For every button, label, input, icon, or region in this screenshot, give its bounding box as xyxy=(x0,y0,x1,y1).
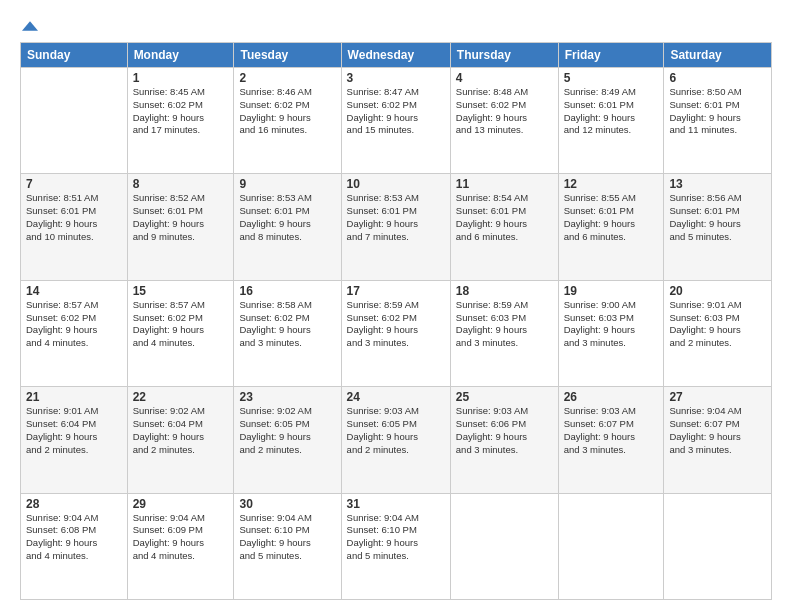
calendar-cell: 15Sunrise: 8:57 AM Sunset: 6:02 PM Dayli… xyxy=(127,280,234,386)
calendar-cell: 10Sunrise: 8:53 AM Sunset: 6:01 PM Dayli… xyxy=(341,174,450,280)
day-info: Sunrise: 8:50 AM Sunset: 6:01 PM Dayligh… xyxy=(669,86,766,137)
day-info: Sunrise: 8:51 AM Sunset: 6:01 PM Dayligh… xyxy=(26,192,122,243)
day-number: 21 xyxy=(26,390,122,404)
calendar-header-row: SundayMondayTuesdayWednesdayThursdayFrid… xyxy=(21,43,772,68)
svg-marker-0 xyxy=(22,21,38,31)
day-number: 3 xyxy=(347,71,445,85)
calendar-cell: 22Sunrise: 9:02 AM Sunset: 6:04 PM Dayli… xyxy=(127,387,234,493)
day-number: 31 xyxy=(347,497,445,511)
calendar-week-3: 14Sunrise: 8:57 AM Sunset: 6:02 PM Dayli… xyxy=(21,280,772,386)
page: SundayMondayTuesdayWednesdayThursdayFrid… xyxy=(0,0,792,612)
day-number: 5 xyxy=(564,71,659,85)
logo xyxy=(20,18,38,34)
day-header-tuesday: Tuesday xyxy=(234,43,341,68)
day-number: 25 xyxy=(456,390,553,404)
calendar-cell: 24Sunrise: 9:03 AM Sunset: 6:05 PM Dayli… xyxy=(341,387,450,493)
day-info: Sunrise: 8:45 AM Sunset: 6:02 PM Dayligh… xyxy=(133,86,229,137)
logo-icon xyxy=(22,18,38,34)
calendar-week-2: 7Sunrise: 8:51 AM Sunset: 6:01 PM Daylig… xyxy=(21,174,772,280)
day-header-friday: Friday xyxy=(558,43,664,68)
calendar-cell: 30Sunrise: 9:04 AM Sunset: 6:10 PM Dayli… xyxy=(234,493,341,599)
day-info: Sunrise: 9:03 AM Sunset: 6:07 PM Dayligh… xyxy=(564,405,659,456)
day-number: 10 xyxy=(347,177,445,191)
day-info: Sunrise: 8:55 AM Sunset: 6:01 PM Dayligh… xyxy=(564,192,659,243)
calendar-cell: 12Sunrise: 8:55 AM Sunset: 6:01 PM Dayli… xyxy=(558,174,664,280)
calendar-cell: 28Sunrise: 9:04 AM Sunset: 6:08 PM Dayli… xyxy=(21,493,128,599)
day-number: 6 xyxy=(669,71,766,85)
day-number: 23 xyxy=(239,390,335,404)
day-header-thursday: Thursday xyxy=(450,43,558,68)
day-info: Sunrise: 8:58 AM Sunset: 6:02 PM Dayligh… xyxy=(239,299,335,350)
calendar-cell: 9Sunrise: 8:53 AM Sunset: 6:01 PM Daylig… xyxy=(234,174,341,280)
day-header-wednesday: Wednesday xyxy=(341,43,450,68)
day-number: 9 xyxy=(239,177,335,191)
calendar-week-1: 1Sunrise: 8:45 AM Sunset: 6:02 PM Daylig… xyxy=(21,68,772,174)
calendar-cell: 8Sunrise: 8:52 AM Sunset: 6:01 PM Daylig… xyxy=(127,174,234,280)
calendar-cell: 29Sunrise: 9:04 AM Sunset: 6:09 PM Dayli… xyxy=(127,493,234,599)
day-info: Sunrise: 8:59 AM Sunset: 6:03 PM Dayligh… xyxy=(456,299,553,350)
day-info: Sunrise: 8:57 AM Sunset: 6:02 PM Dayligh… xyxy=(26,299,122,350)
header xyxy=(20,18,772,34)
day-number: 28 xyxy=(26,497,122,511)
day-info: Sunrise: 9:04 AM Sunset: 6:10 PM Dayligh… xyxy=(239,512,335,563)
calendar-cell: 25Sunrise: 9:03 AM Sunset: 6:06 PM Dayli… xyxy=(450,387,558,493)
logo-text xyxy=(20,18,38,34)
calendar-cell: 6Sunrise: 8:50 AM Sunset: 6:01 PM Daylig… xyxy=(664,68,772,174)
calendar-cell xyxy=(558,493,664,599)
day-number: 1 xyxy=(133,71,229,85)
day-number: 4 xyxy=(456,71,553,85)
day-number: 27 xyxy=(669,390,766,404)
day-info: Sunrise: 8:54 AM Sunset: 6:01 PM Dayligh… xyxy=(456,192,553,243)
calendar-cell: 23Sunrise: 9:02 AM Sunset: 6:05 PM Dayli… xyxy=(234,387,341,493)
day-info: Sunrise: 8:52 AM Sunset: 6:01 PM Dayligh… xyxy=(133,192,229,243)
day-number: 24 xyxy=(347,390,445,404)
calendar-cell: 3Sunrise: 8:47 AM Sunset: 6:02 PM Daylig… xyxy=(341,68,450,174)
calendar-week-4: 21Sunrise: 9:01 AM Sunset: 6:04 PM Dayli… xyxy=(21,387,772,493)
day-info: Sunrise: 9:04 AM Sunset: 6:08 PM Dayligh… xyxy=(26,512,122,563)
calendar-cell: 11Sunrise: 8:54 AM Sunset: 6:01 PM Dayli… xyxy=(450,174,558,280)
day-number: 29 xyxy=(133,497,229,511)
day-number: 12 xyxy=(564,177,659,191)
calendar-cell xyxy=(664,493,772,599)
day-number: 26 xyxy=(564,390,659,404)
calendar-cell: 31Sunrise: 9:04 AM Sunset: 6:10 PM Dayli… xyxy=(341,493,450,599)
calendar-cell: 7Sunrise: 8:51 AM Sunset: 6:01 PM Daylig… xyxy=(21,174,128,280)
day-number: 16 xyxy=(239,284,335,298)
calendar-week-5: 28Sunrise: 9:04 AM Sunset: 6:08 PM Dayli… xyxy=(21,493,772,599)
day-info: Sunrise: 8:48 AM Sunset: 6:02 PM Dayligh… xyxy=(456,86,553,137)
day-header-sunday: Sunday xyxy=(21,43,128,68)
calendar-cell: 13Sunrise: 8:56 AM Sunset: 6:01 PM Dayli… xyxy=(664,174,772,280)
day-info: Sunrise: 8:56 AM Sunset: 6:01 PM Dayligh… xyxy=(669,192,766,243)
calendar-cell: 19Sunrise: 9:00 AM Sunset: 6:03 PM Dayli… xyxy=(558,280,664,386)
day-info: Sunrise: 9:03 AM Sunset: 6:06 PM Dayligh… xyxy=(456,405,553,456)
day-number: 22 xyxy=(133,390,229,404)
day-header-saturday: Saturday xyxy=(664,43,772,68)
calendar-cell: 26Sunrise: 9:03 AM Sunset: 6:07 PM Dayli… xyxy=(558,387,664,493)
calendar-table: SundayMondayTuesdayWednesdayThursdayFrid… xyxy=(20,42,772,600)
day-info: Sunrise: 8:59 AM Sunset: 6:02 PM Dayligh… xyxy=(347,299,445,350)
day-info: Sunrise: 8:49 AM Sunset: 6:01 PM Dayligh… xyxy=(564,86,659,137)
day-number: 7 xyxy=(26,177,122,191)
calendar-cell: 1Sunrise: 8:45 AM Sunset: 6:02 PM Daylig… xyxy=(127,68,234,174)
day-number: 14 xyxy=(26,284,122,298)
calendar-cell: 5Sunrise: 8:49 AM Sunset: 6:01 PM Daylig… xyxy=(558,68,664,174)
day-info: Sunrise: 9:04 AM Sunset: 6:10 PM Dayligh… xyxy=(347,512,445,563)
calendar-cell: 20Sunrise: 9:01 AM Sunset: 6:03 PM Dayli… xyxy=(664,280,772,386)
calendar-cell: 16Sunrise: 8:58 AM Sunset: 6:02 PM Dayli… xyxy=(234,280,341,386)
day-info: Sunrise: 8:46 AM Sunset: 6:02 PM Dayligh… xyxy=(239,86,335,137)
calendar-cell: 17Sunrise: 8:59 AM Sunset: 6:02 PM Dayli… xyxy=(341,280,450,386)
day-number: 13 xyxy=(669,177,766,191)
calendar-cell: 14Sunrise: 8:57 AM Sunset: 6:02 PM Dayli… xyxy=(21,280,128,386)
day-number: 19 xyxy=(564,284,659,298)
day-info: Sunrise: 9:01 AM Sunset: 6:04 PM Dayligh… xyxy=(26,405,122,456)
day-number: 8 xyxy=(133,177,229,191)
day-number: 15 xyxy=(133,284,229,298)
day-info: Sunrise: 8:53 AM Sunset: 6:01 PM Dayligh… xyxy=(347,192,445,243)
day-info: Sunrise: 9:00 AM Sunset: 6:03 PM Dayligh… xyxy=(564,299,659,350)
calendar-cell: 18Sunrise: 8:59 AM Sunset: 6:03 PM Dayli… xyxy=(450,280,558,386)
day-info: Sunrise: 9:04 AM Sunset: 6:09 PM Dayligh… xyxy=(133,512,229,563)
day-number: 18 xyxy=(456,284,553,298)
calendar-cell xyxy=(21,68,128,174)
day-number: 2 xyxy=(239,71,335,85)
calendar-cell: 27Sunrise: 9:04 AM Sunset: 6:07 PM Dayli… xyxy=(664,387,772,493)
